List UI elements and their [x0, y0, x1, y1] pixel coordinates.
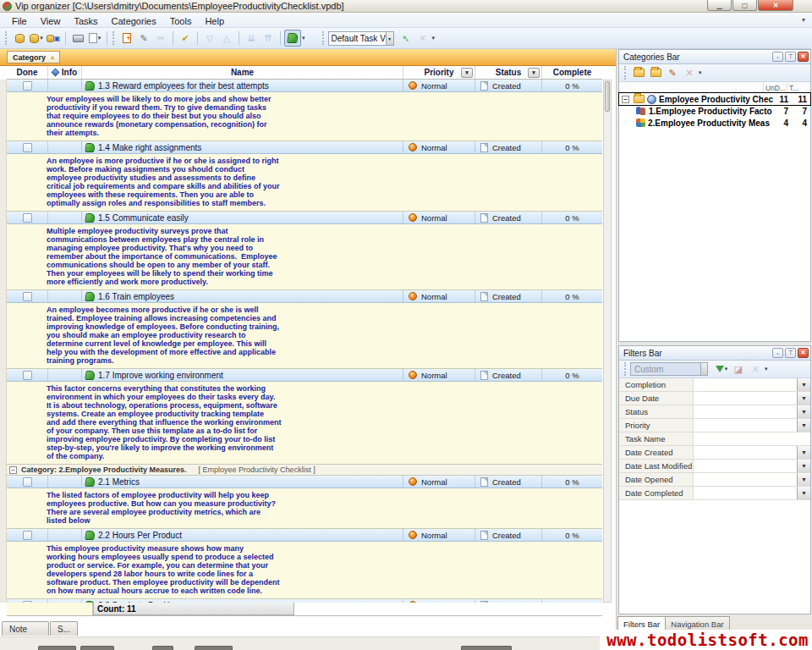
task-row[interactable]: 1.5 Communicate easily Normal Created 0 … — [7, 212, 602, 224]
panel-close-icon[interactable]: ✕ — [798, 348, 809, 358]
done-checkbox[interactable] — [23, 292, 32, 301]
status-filter-button[interactable]: ▾ — [528, 68, 540, 78]
new-task-button[interactable]: + — [118, 30, 135, 47]
group-field-button[interactable]: Category ▵ — [7, 51, 60, 63]
delete-task-button[interactable]: ✂ — [152, 30, 169, 47]
panel-close-icon[interactable]: ✕ — [798, 52, 809, 62]
filters-toolbar-overflow-icon[interactable]: ▾ — [765, 366, 768, 372]
filter-value[interactable] — [694, 473, 797, 486]
panel-pin-icon[interactable]: ⊤ — [785, 52, 796, 62]
done-checkbox[interactable] — [23, 81, 32, 91]
apply-view-button[interactable]: ➴ — [398, 30, 414, 47]
move-up-button[interactable]: △ — [218, 30, 235, 47]
apply-filter-button[interactable]: ▾ — [713, 361, 730, 377]
task-row[interactable]: 1.7 Improve working environment Normal C… — [7, 369, 602, 382]
edit-category-button[interactable]: ✎ — [664, 64, 681, 81]
title-bar[interactable]: Vip organizer [C:\Users\dmitry\Documents… — [0, 0, 812, 13]
done-checkbox[interactable] — [23, 143, 32, 152]
task-row[interactable]: 2.2 Hours Per Product Normal Created 0 % — [7, 529, 602, 542]
menubar-overflow-icon[interactable]: ▾ — [802, 16, 805, 24]
filter-value[interactable] — [694, 446, 797, 459]
task-view-combo[interactable]: Default Task V ▾ — [328, 31, 394, 46]
toolbar-grip[interactable] — [624, 362, 627, 376]
move-bottom-button[interactable]: ⇊ — [243, 30, 260, 47]
filter-dropdown-button[interactable]: ▼ — [797, 473, 810, 486]
save-database-button[interactable]: ▣ — [45, 30, 62, 47]
categories-bar-titlebar[interactable]: Categories Bar ▫ ⊤ ✕ — [619, 50, 810, 64]
notes-panel-toggle-button[interactable] — [284, 30, 301, 47]
panel-restore-icon[interactable]: ▫ — [772, 52, 783, 62]
collapse-icon[interactable]: − — [622, 96, 629, 103]
toolbar-grip[interactable] — [5, 31, 8, 45]
column-header-status[interactable]: Status▾ — [475, 66, 542, 79]
filter-dropdown-button[interactable]: ▼ — [797, 405, 810, 418]
category-group-row[interactable]: − Category: 2.Employee Productivity Meas… — [7, 465, 602, 476]
menu-file[interactable]: File — [5, 14, 34, 28]
toolbar-grip[interactable] — [624, 66, 627, 80]
notes-toggle-dropdown-icon[interactable]: ▾ — [302, 35, 305, 41]
panel-restore-icon[interactable]: ▫ — [772, 348, 783, 358]
filter-dropdown-button[interactable]: ▼ — [797, 446, 810, 459]
menu-categories[interactable]: Categories — [105, 14, 163, 28]
menu-tools[interactable]: Tools — [163, 14, 199, 28]
move-top-button[interactable]: ⇈ — [260, 30, 277, 47]
remove-filter-button[interactable]: ✕ — [747, 361, 764, 377]
category-tree-item[interactable]: −Employee Productivity Checkli1111 — [619, 93, 810, 105]
filter-dropdown-button[interactable]: ▼ — [797, 460, 810, 472]
menu-view[interactable]: View — [34, 14, 68, 28]
task-row[interactable]: 1.4 Make right assignments Normal Create… — [7, 141, 602, 154]
print-preview-button[interactable]: ▾ — [86, 30, 103, 47]
new-database-button[interactable] — [11, 30, 28, 47]
grid-vertical-scrollbar[interactable] — [603, 80, 612, 603]
task-row[interactable]: 1.6 Train employees Normal Created 0 % — [7, 290, 602, 303]
done-checkbox[interactable] — [23, 477, 32, 487]
toolbar-overflow-icon[interactable]: ▾ — [432, 35, 436, 41]
complete-task-button[interactable]: ✔ — [177, 30, 194, 47]
filter-dropdown-button[interactable]: ▼ — [797, 419, 810, 432]
move-down-button[interactable]: ▽ — [201, 30, 218, 47]
category-tree-item[interactable]: 1.Employee Productivity Facto77 — [619, 105, 810, 117]
column-header-done[interactable]: Done — [7, 66, 48, 79]
delete-category-button[interactable]: ✕ — [681, 64, 698, 81]
column-header-info[interactable]: Info — [48, 66, 82, 79]
filter-value[interactable] — [694, 405, 797, 418]
note-tab-note[interactable]: Note — [2, 621, 49, 636]
collapse-icon[interactable]: − — [9, 466, 17, 474]
category-tree-item[interactable]: 2.Employee Productivity Meas44 — [619, 117, 810, 129]
categories-toolbar-overflow-icon[interactable]: ▾ — [699, 69, 702, 76]
priority-filter-button[interactable]: ▾ — [461, 68, 473, 78]
filter-value[interactable] — [694, 487, 797, 499]
open-database-button[interactable]: ▾ — [28, 30, 45, 47]
filter-preset-combo[interactable]: Custom — [630, 362, 708, 376]
done-checkbox[interactable] — [23, 601, 32, 603]
tree-column-header[interactable]: T... — [787, 82, 810, 92]
panel-pin-icon[interactable]: ⊤ — [785, 348, 796, 358]
toolbar-grip[interactable] — [322, 31, 325, 45]
filter-value[interactable] — [694, 378, 797, 391]
filter-dropdown-button[interactable]: ▼ — [797, 392, 810, 405]
filter-value[interactable] — [694, 419, 797, 432]
new-category-button[interactable]: + — [630, 64, 647, 81]
maximize-button[interactable]: ▢ — [732, 0, 757, 11]
toolbar-grip[interactable] — [112, 31, 115, 45]
tree-column-header[interactable]: UnD... — [763, 82, 787, 92]
done-checkbox[interactable] — [23, 531, 32, 540]
column-header-complete[interactable]: Complete — [542, 66, 602, 79]
print-button[interactable] — [69, 30, 86, 47]
new-subcategory-button[interactable]: + — [647, 64, 664, 81]
filter-value[interactable] — [694, 432, 810, 445]
combo-spinner-icon[interactable] — [700, 363, 707, 375]
filter-value[interactable] — [694, 460, 797, 472]
minimize-button[interactable]: ▁ — [707, 0, 732, 11]
edit-task-button[interactable]: ✎ — [135, 30, 152, 47]
done-checkbox[interactable] — [23, 213, 32, 223]
remove-view-button[interactable]: ✕ — [414, 30, 431, 47]
task-row[interactable]: 2.3 Products Per Hour Normal Created 0 % — [7, 599, 602, 603]
note-tab-s[interactable]: S... — [50, 621, 78, 636]
column-header-priority[interactable]: Priority▾ — [403, 66, 475, 79]
close-button[interactable]: ✕ — [758, 0, 793, 11]
filter-dropdown-button[interactable]: ▼ — [797, 378, 810, 391]
filter-value[interactable] — [694, 392, 797, 405]
filters-bar-titlebar[interactable]: Filters Bar ▫ ⊤ ✕ — [619, 346, 810, 361]
clear-filter-button[interactable]: ◪ — [730, 361, 747, 377]
